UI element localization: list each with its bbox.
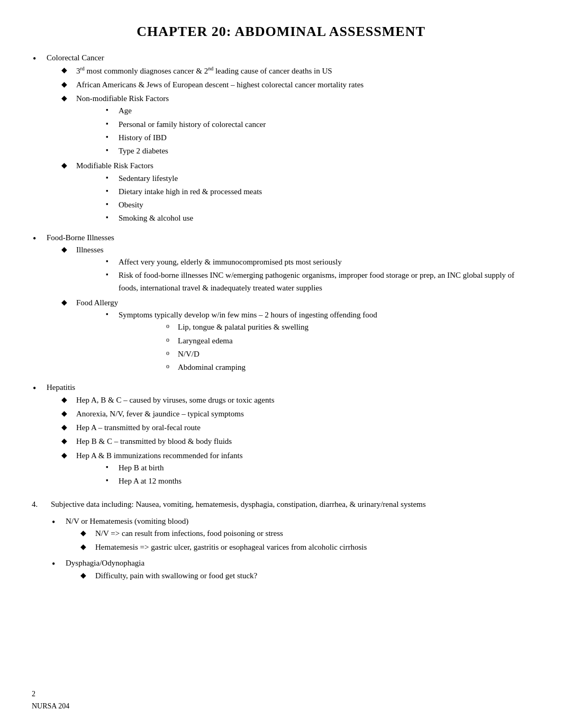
- symptom-1: Lip, tongue & palatal purities & swellin…: [178, 323, 309, 331]
- bullet-l3: ▪: [106, 119, 119, 129]
- bullet-l2: ◆: [61, 65, 76, 76]
- list-item: ◆ Hep A & B immunizations recommended fo…: [47, 450, 530, 489]
- list-item: ◆ Hep B & C – transmitted by blood & bod…: [47, 435, 530, 448]
- mod-item-1: Sedentary lifestyle: [119, 174, 178, 183]
- list-item: ▪ Obesity: [76, 199, 530, 211]
- colorectal-cancer-label: Colorectal Cancer: [47, 53, 104, 62]
- list-item: ◆ African Americans & Jews of European d…: [47, 79, 530, 91]
- nm-item-1: Age: [119, 106, 132, 115]
- bullet-l4: o: [166, 335, 178, 345]
- list-item: o Lip, tongue & palatal purities & swell…: [119, 321, 530, 333]
- bullet-l2: ◆: [61, 79, 76, 90]
- list-item: • Hepatitis ◆ Hep A, B & C – caused by v…: [32, 381, 530, 490]
- bullet-l2: ◆: [61, 422, 76, 433]
- symptom-2: Laryngeal edema: [178, 336, 233, 345]
- list-item: ◆ Hep A – transmitted by oral-fecal rout…: [47, 422, 530, 434]
- list-item: ◆ N/V => can result from infections, foo…: [66, 527, 530, 540]
- bullet-l2: ◆: [61, 244, 76, 256]
- bullet-l2: ◆: [80, 541, 95, 553]
- dysphagia-item-1: Difficulty, pain with swallowing or food…: [95, 571, 257, 580]
- list-item: ▪ Dietary intake high in red & processed…: [76, 186, 530, 198]
- hep-point-2: Anorexia, N/V, fever & jaundice – typica…: [76, 410, 244, 418]
- allergy-intro: Symptoms typically develop w/in few mins…: [119, 311, 377, 319]
- nv-item-2: Hematemesis => gastric ulcer, gastritis …: [95, 543, 367, 551]
- bullet-l3: ▪: [106, 462, 119, 472]
- nm-item-4: Type 2 diabetes: [119, 147, 168, 155]
- list-item: o N/V/D: [119, 348, 530, 360]
- page-number: 2: [32, 688, 69, 700]
- footer: 2 NURSA 204: [32, 688, 69, 712]
- food-allergy-label: Food Allergy: [76, 298, 118, 307]
- bullet-l3: ▪: [106, 256, 119, 267]
- modifiable-label: Modifiable Risk Factors: [76, 161, 153, 170]
- course-code: NURSA 204: [32, 700, 69, 712]
- bullet-l3: ▪: [106, 475, 119, 486]
- list-item: ◆ Illnesses ▪ Affect very young, elderly…: [47, 244, 530, 295]
- list-item: ◆ Modifiable Risk Factors ▪ Sedentary li…: [47, 160, 530, 225]
- list-item: • Colorectal Cancer ◆ 3rd most commonly …: [32, 52, 530, 227]
- immuniz-1: Hep B at birth: [119, 463, 164, 472]
- bullet-l2: ◆: [61, 160, 76, 171]
- bullet-l2: ◆: [61, 435, 76, 447]
- bullet-l3: ▪: [106, 132, 119, 142]
- list-item: ◆ Hematemesis => gastric ulcer, gastriti…: [66, 541, 530, 553]
- list-item: ▪ Symptoms typically develop w/in few mi…: [76, 309, 530, 375]
- hep-point-3: Hep A – transmitted by oral-fecal route: [76, 423, 201, 432]
- hepatitis-label: Hepatitis: [47, 383, 75, 392]
- list-item: ▪ Hep A at 12 months: [76, 475, 530, 487]
- hep-point-4: Hep B & C – transmitted by blood & body …: [76, 437, 232, 445]
- illness-item-1: Affect very young, elderly & immunocompr…: [119, 258, 342, 266]
- bullet-l3: ▪: [106, 269, 119, 280]
- bullet-l3: ▪: [106, 186, 119, 196]
- mod-item-3: Obesity: [119, 201, 143, 209]
- nv-item-1: N/V => can result from infections, food …: [95, 529, 283, 538]
- mod-item-4: Smoking & alcohol use: [119, 214, 193, 222]
- list-item: ◆ Anorexia, N/V, fever & jaundice – typi…: [47, 408, 530, 420]
- bullet-l3: ▪: [106, 309, 119, 320]
- section-number: 4.: [32, 498, 51, 511]
- bullet-l4: o: [166, 348, 178, 358]
- bullet-l2: ◆: [61, 450, 76, 461]
- hep-point-5: Hep A & B immunizations recommended for …: [76, 451, 243, 460]
- bullet-l3: ▪: [106, 212, 119, 223]
- list-item: ◆ Food Allergy ▪ Symptoms typically deve…: [47, 297, 530, 376]
- list-item: ◆ Hep A, B & C – caused by viruses, some…: [47, 394, 530, 406]
- bullet-l1: •: [32, 381, 47, 396]
- bullet-l3: ▪: [106, 172, 119, 183]
- list-item: ▪ Age: [76, 105, 530, 117]
- bullet-l1: •: [51, 515, 66, 530]
- bullet-l2: ◆: [61, 408, 76, 420]
- list-item: ▪ History of IBD: [76, 132, 530, 144]
- bullet-l3: ▪: [106, 145, 119, 156]
- list-item: • Dysphagia/Odynophagia ◆ Difficulty, pa…: [51, 557, 530, 584]
- section-4: 4. Subjective data including: Nausea, vo…: [32, 498, 530, 586]
- symptom-4: Abdominal cramping: [178, 363, 246, 371]
- list-item: ▪ Type 2 diabetes: [76, 145, 530, 157]
- bullet-l2: ◆: [80, 570, 95, 581]
- bullet-l3: ▪: [106, 199, 119, 210]
- page-title: CHAPTER 20: ABDOMINAL ASSESSMENT: [32, 21, 530, 42]
- nm-item-3: History of IBD: [119, 133, 167, 142]
- bullet-l1: •: [32, 52, 47, 66]
- list-item: ▪ Risk of food-borne illnesses INC w/eme…: [76, 269, 530, 294]
- non-modifiable-label: Non-modifiable Risk Factors: [76, 94, 169, 103]
- nv-label: N/V or Hematemesis (vomiting blood): [66, 517, 188, 525]
- mod-item-2: Dietary intake high in red & processed m…: [119, 187, 262, 196]
- list-item: ▪ Personal or family history of colorect…: [76, 119, 530, 131]
- subjective-intro: Subjective data including: Nausea, vomit…: [51, 500, 426, 508]
- bullet-l1: •: [32, 232, 47, 246]
- list-item: ▪ Sedentary lifestyle: [76, 172, 530, 185]
- list-item: ◆ Difficulty, pain with swallowing or fo…: [66, 570, 530, 582]
- hep-point-1: Hep A, B & C – caused by viruses, some d…: [76, 396, 275, 404]
- bullet-l1: •: [51, 557, 66, 571]
- list-item: ▪ Hep B at birth: [76, 462, 530, 474]
- bullet-l2: ◆: [80, 527, 95, 539]
- illness-item-2: Risk of food-borne illnesses INC w/emerg…: [119, 271, 514, 292]
- list-item: ▪ Smoking & alcohol use: [76, 212, 530, 224]
- list-item: ◆ Non-modifiable Risk Factors ▪ Age ▪ Pe…: [47, 93, 530, 158]
- symptom-3: N/V/D: [178, 350, 200, 358]
- dysphagia-label: Dysphagia/Odynophagia: [66, 559, 144, 567]
- list-item: ◆ 3rd most commonly diagnoses cancer & 2…: [47, 65, 530, 77]
- illnesses-label: Illnesses: [76, 245, 104, 254]
- list-item: o Abdominal cramping: [119, 361, 530, 374]
